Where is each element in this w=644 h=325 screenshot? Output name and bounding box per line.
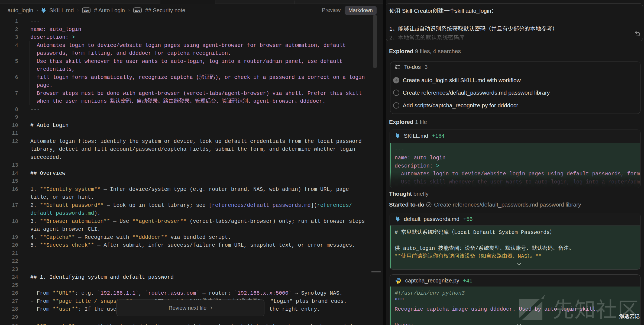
svg-text:abc: abc xyxy=(84,9,89,12)
svg-text:abc: abc xyxy=(135,9,140,12)
